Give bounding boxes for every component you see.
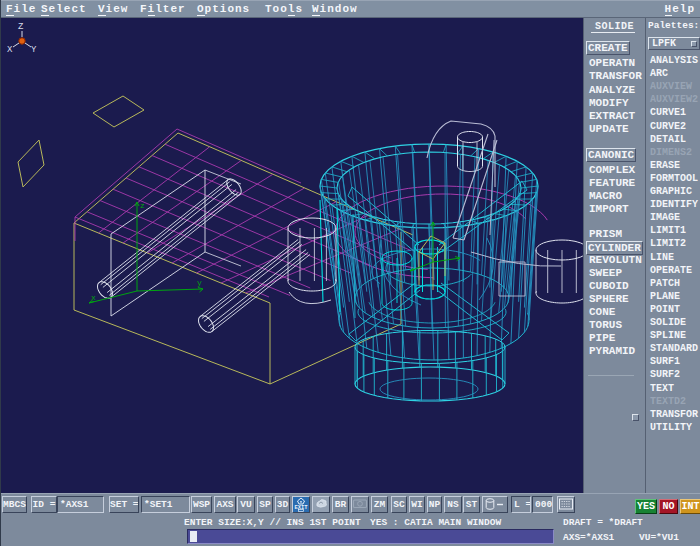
svg-text:z: z — [140, 201, 145, 210]
svg-text:Z: Z — [18, 22, 24, 32]
svg-text:x: x — [91, 293, 96, 302]
svg-text:y: y — [197, 278, 202, 287]
svg-text:Y: Y — [31, 45, 37, 55]
svg-text:X: X — [7, 45, 13, 55]
